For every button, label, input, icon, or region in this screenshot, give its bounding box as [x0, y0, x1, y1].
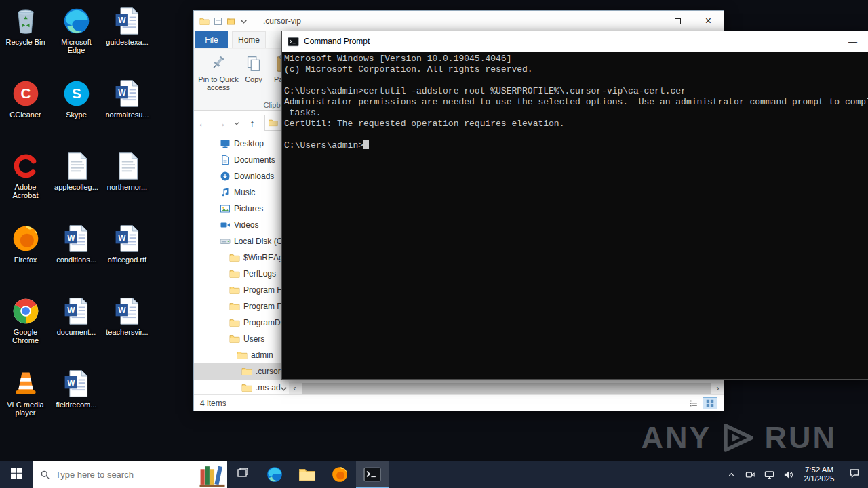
taskbar-app-cmd[interactable] [356, 461, 389, 488]
desktop-icon-label: northernor... [107, 183, 147, 191]
tree-item-downloads[interactable]: Downloads [194, 168, 289, 184]
tree-item-ms-ad[interactable]: .ms-ad [194, 380, 289, 394]
console-output[interactable]: Microsoft Windows [Version 10.0.19045.40… [282, 52, 868, 379]
tree-item-program-files[interactable]: Program Files [194, 282, 289, 298]
tree-item-local-disk-c[interactable]: Local Disk (C:) [194, 233, 289, 249]
tab-file[interactable]: File [195, 31, 228, 48]
large-icons-view-button[interactable] [703, 397, 717, 409]
doc-icon [113, 151, 142, 181]
clock-time: 7:52 AM [799, 466, 840, 475]
horizontal-scrollbar[interactable]: ‹ › [289, 382, 724, 394]
tree-item-music[interactable]: Music [194, 184, 289, 201]
qat-newfolder-icon[interactable] [226, 17, 235, 26]
tree-item-perflogs[interactable]: PerfLogs [194, 266, 289, 282]
desktop-icon-grid: Recycle BinMicrosoft EdgeWguidestexa...C… [0, 3, 155, 438]
desktop-icon-skype[interactable]: SSkype [52, 75, 101, 148]
quick-access-toolbar [194, 16, 248, 26]
desktop-icon-microsoft-edge[interactable]: Microsoft Edge [52, 3, 101, 75]
hidden-icons-chevron-icon[interactable] [722, 461, 741, 488]
desktop-icon-label: Microsoft Edge [52, 38, 101, 54]
tree-item-program-files-x86[interactable]: Program Files (x86) [194, 298, 289, 314]
tab-home[interactable]: Home [232, 31, 266, 48]
desktop-icon-teachersvir[interactable]: Wteachersvir... [103, 293, 152, 365]
forward-button[interactable]: → [215, 117, 227, 129]
desktop-icon-applecolleg[interactable]: applecolleg... [52, 148, 101, 220]
meet-now-icon[interactable] [741, 461, 760, 488]
pictures-icon [220, 203, 231, 214]
back-button[interactable]: ← [197, 117, 209, 129]
desktop-icon-ccleaner[interactable]: CCCleaner [1, 75, 50, 148]
explorer-minimize-button[interactable]: — [632, 11, 663, 31]
svg-text:C: C [20, 85, 31, 101]
desktop-icon-normalresu[interactable]: Wnormalresu... [103, 75, 152, 148]
tree-item-admin[interactable]: admin [194, 347, 289, 363]
folder-icon [229, 317, 240, 328]
taskbar-search[interactable] [33, 461, 227, 488]
taskbar-app-explorer[interactable] [291, 461, 323, 488]
tree-item-desktop[interactable]: Desktop [194, 136, 289, 152]
tree-item-videos[interactable]: Videos [194, 217, 289, 233]
task-view-icon [236, 466, 250, 483]
word-icon: W [113, 6, 142, 36]
scroll-left-icon[interactable]: ‹ [289, 384, 300, 393]
desktop-icon-label: teachersvir... [106, 328, 148, 336]
scrollbar-track[interactable] [300, 382, 712, 394]
cmd-minimize-button[interactable]: — [837, 37, 868, 47]
desktop-icon-fieldrecom[interactable]: Wfieldrecom... [52, 365, 101, 438]
details-view-button[interactable] [686, 397, 701, 409]
desktop-icon-vlc-media-player[interactable]: VLC media player [1, 365, 50, 438]
qat-properties-icon[interactable] [214, 17, 222, 26]
network-icon[interactable] [760, 461, 778, 488]
explorer-maximize-button[interactable] [663, 11, 693, 31]
desktop-icon-document[interactable]: Wdocument... [52, 293, 101, 365]
folder-icon [241, 366, 252, 377]
taskbar-app-firefox[interactable] [323, 461, 356, 488]
up-button[interactable]: ↑ [246, 117, 258, 129]
scroll-right-icon[interactable]: › [712, 384, 724, 393]
scrollbar-thumb[interactable] [302, 383, 711, 394]
tree-item-winreagent[interactable]: $WinREAgent [194, 249, 289, 266]
tree-item-label: Pictures [234, 204, 263, 214]
tree-item-programdata[interactable]: ProgramData [194, 314, 289, 331]
svg-text:W: W [118, 16, 126, 25]
desktop-icon-recycle-bin[interactable]: Recycle Bin [1, 3, 50, 75]
navpane-scroll-down-icon[interactable] [279, 384, 288, 393]
qat-customize-chevron-icon[interactable] [239, 17, 248, 26]
desktop-icon-label: Skype [66, 110, 87, 119]
taskbar-clock[interactable]: 7:52 AM 2/1/2025 [797, 466, 841, 484]
folder-icon [237, 350, 248, 361]
cmd-titlebar[interactable]: Command Prompt — [282, 31, 868, 52]
pin-to-quick-access-button[interactable]: Pin to Quick access [198, 52, 239, 110]
start-button[interactable] [0, 461, 33, 488]
svg-text:W: W [67, 306, 75, 315]
tree-item-cursor-vip[interactable]: .cursor-vip [194, 363, 289, 380]
word-icon: W [62, 296, 92, 326]
explorer-close-button[interactable]: × [693, 11, 724, 31]
desktop-icon-officegod-rtf[interactable]: Wofficegod.rtf [103, 220, 152, 293]
tree-item-users[interactable]: Users [194, 331, 289, 347]
tree-item-pictures[interactable]: Pictures [194, 201, 289, 217]
search-input[interactable] [56, 470, 171, 480]
desktop-icon-label: document... [57, 328, 96, 336]
large-icons-view-icon [705, 399, 715, 408]
desktop-icon-guidestexa[interactable]: Wguidestexa... [103, 3, 152, 75]
disk-icon [220, 236, 231, 247]
svg-text:W: W [67, 233, 75, 243]
tree-item-documents[interactable]: Documents [194, 152, 289, 168]
desktop-icon-label: applecolleg... [54, 183, 98, 191]
volume-icon[interactable] [778, 461, 797, 488]
music-icon [220, 187, 231, 198]
edge-icon [62, 6, 92, 36]
taskbar-app-edge[interactable] [258, 461, 291, 488]
edge-icon [266, 466, 283, 483]
desktop-icon-adobe-acrobat[interactable]: Adobe Acrobat [1, 148, 50, 220]
firefox-icon [331, 466, 349, 483]
recycle-bin-icon [11, 6, 41, 36]
desktop-icon-northernor[interactable]: northernor... [103, 148, 152, 220]
action-center-button[interactable] [841, 461, 868, 488]
task-view-button[interactable] [227, 461, 258, 488]
recent-locations-chevron-icon[interactable] [233, 119, 240, 126]
desktop-icon-firefox[interactable]: Firefox [1, 220, 50, 293]
desktop-icon-google-chrome[interactable]: Google Chrome [1, 293, 50, 365]
desktop-icon-conditions[interactable]: Wconditions... [52, 220, 101, 293]
